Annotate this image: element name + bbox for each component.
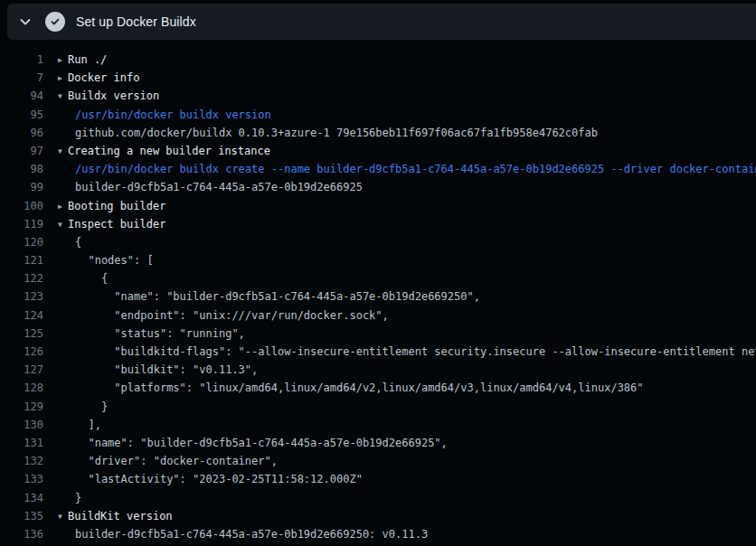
log-group-label[interactable]: ▼BuildKit version	[58, 507, 173, 525]
log-group-label[interactable]: ▶Docker info	[58, 69, 139, 87]
log-text: "nodes": [	[58, 251, 154, 269]
log-line: 96github.com/docker/buildx 0.10.3+azure-…	[0, 124, 756, 142]
triangle-expanded-icon[interactable]: ▼	[58, 508, 68, 526]
triangle-expanded-icon[interactable]: ▼	[58, 143, 68, 161]
triangle-expanded-icon[interactable]: ▼	[58, 88, 68, 106]
log-group-label[interactable]: ▶Booting builder	[58, 197, 165, 215]
log-line: 130 ],	[0, 416, 756, 434]
line-number-link[interactable]: 133	[7, 470, 43, 488]
log-line: 7▶Docker info	[0, 69, 756, 87]
log-text: builder-d9cfb5a1-c764-445a-a57e-0b19d2e6…	[58, 525, 428, 543]
log-line: 127 "buildkit": "v0.11.3",	[0, 361, 756, 379]
step-title: Set up Docker Buildx	[76, 14, 196, 29]
log-text: {	[58, 269, 108, 287]
log-line: 100▶Booting builder	[0, 197, 756, 215]
log-group-label[interactable]: ▼Inspect builder	[58, 215, 165, 233]
log-line: 124 "endpoint": "unix:///var/run/docker.…	[0, 306, 756, 325]
log-text: }	[58, 398, 108, 416]
line-number-link[interactable]: 124	[7, 306, 43, 325]
line-number-link[interactable]: 96	[7, 124, 43, 142]
line-number-link[interactable]: 131	[7, 434, 43, 452]
log-text: /usr/bin/docker buildx create --name bui…	[58, 160, 756, 178]
line-number-link[interactable]: 135	[7, 507, 43, 525]
line-number-link[interactable]: 125	[7, 325, 43, 343]
log-line: 119▼Inspect builder	[0, 215, 756, 233]
log-line: 133 "lastActivity": "2023-02-25T11:58:12…	[0, 470, 756, 488]
log-text: "buildkitd-flags": "--allow-insecure-ent…	[58, 343, 756, 361]
log-group-label[interactable]: ▼Creating a new builder instance	[58, 142, 270, 160]
line-number-link[interactable]: 126	[7, 343, 43, 361]
log-line: 131 "name": "builder-d9cfb5a1-c764-445a-…	[0, 434, 756, 452]
triangle-expanded-icon[interactable]: ▼	[58, 216, 68, 234]
line-number-link[interactable]: 128	[7, 379, 43, 397]
triangle-collapsed-icon[interactable]: ▶	[58, 198, 68, 216]
log-text: /usr/bin/docker buildx version	[58, 106, 271, 124]
log-output: 1▶Run ./7▶Docker info94▼Buildx version95…	[0, 40, 756, 543]
log-text: "status": "running",	[58, 325, 245, 343]
log-line: 125 "status": "running",	[0, 325, 756, 343]
log-line: 122 {	[0, 269, 756, 287]
log-text: "name": "builder-d9cfb5a1-c764-445a-a57e…	[58, 434, 448, 452]
triangle-collapsed-icon[interactable]: ▶	[58, 52, 68, 70]
log-text: "buildkit": "v0.11.3",	[58, 361, 258, 379]
log-line: 126 "buildkitd-flags": "--allow-insecure…	[0, 343, 756, 361]
chevron-down-icon[interactable]	[18, 14, 33, 29]
log-line: 123 "name": "builder-d9cfb5a1-c764-445a-…	[0, 287, 756, 306]
check-circle-icon	[45, 12, 65, 32]
log-line: 135▼BuildKit version	[0, 507, 756, 525]
line-number-link[interactable]: 132	[7, 452, 43, 470]
log-group-label[interactable]: ▼Buildx version	[58, 87, 159, 105]
line-number-link[interactable]: 130	[7, 416, 43, 434]
line-number-link[interactable]: 95	[7, 106, 43, 124]
log-text: "lastActivity": "2023-02-25T11:58:12.000…	[58, 470, 363, 488]
log-line: 98/usr/bin/docker buildx create --name b…	[0, 160, 756, 178]
line-number-link[interactable]: 120	[7, 233, 43, 251]
log-line: 121 "nodes": [	[0, 251, 756, 269]
line-number-link[interactable]: 119	[7, 215, 43, 233]
line-number-link[interactable]: 123	[7, 287, 43, 306]
line-number-link[interactable]: 98	[7, 160, 43, 178]
log-text: "driver": "docker-container",	[58, 452, 278, 470]
log-line: 128 "platforms": "linux/amd64,linux/amd6…	[0, 379, 756, 397]
step-header[interactable]: Set up Docker Buildx	[7, 4, 756, 40]
log-line: 99builder-d9cfb5a1-c764-445a-a57e-0b19d2…	[0, 178, 756, 196]
line-number-link[interactable]: 1	[7, 51, 43, 69]
log-group-label[interactable]: ▶Run ./	[58, 51, 107, 69]
log-text: ],	[58, 416, 101, 434]
line-number-link[interactable]: 100	[7, 197, 43, 215]
line-number-link[interactable]: 97	[7, 142, 43, 160]
log-text: }	[58, 489, 81, 507]
log-line: 134}	[0, 489, 756, 507]
log-text: github.com/docker/buildx 0.10.3+azure-1 …	[58, 124, 598, 142]
log-text: builder-d9cfb5a1-c764-445a-a57e-0b19d2e6…	[58, 178, 363, 196]
line-number-link[interactable]: 134	[7, 489, 43, 507]
triangle-collapsed-icon[interactable]: ▶	[58, 70, 68, 88]
line-number-link[interactable]: 7	[7, 69, 43, 87]
line-number-link[interactable]: 136	[7, 525, 43, 543]
log-line: 129 }	[0, 398, 756, 416]
log-line: 97▼Creating a new builder instance	[0, 142, 756, 160]
line-number-link[interactable]: 121	[7, 251, 43, 269]
line-number-link[interactable]: 129	[7, 398, 43, 416]
log-text: "platforms": "linux/amd64,linux/amd64/v2…	[58, 379, 644, 397]
log-line: 94▼Buildx version	[0, 87, 756, 105]
line-number-link[interactable]: 122	[7, 269, 43, 287]
log-line: 120{	[0, 233, 756, 251]
log-text: {	[58, 233, 81, 251]
log-line: 136builder-d9cfb5a1-c764-445a-a57e-0b19d…	[0, 525, 756, 543]
log-line: 1▶Run ./	[0, 51, 756, 69]
log-line: 132 "driver": "docker-container",	[0, 452, 756, 470]
line-number-link[interactable]: 94	[7, 87, 43, 105]
line-number-link[interactable]: 127	[7, 361, 43, 379]
log-text: "name": "builder-d9cfb5a1-c764-445a-a57e…	[58, 287, 480, 306]
log-line: 95/usr/bin/docker buildx version	[0, 106, 756, 124]
log-text: "endpoint": "unix:///var/run/docker.sock…	[58, 306, 389, 325]
line-number-link[interactable]: 99	[7, 178, 43, 196]
